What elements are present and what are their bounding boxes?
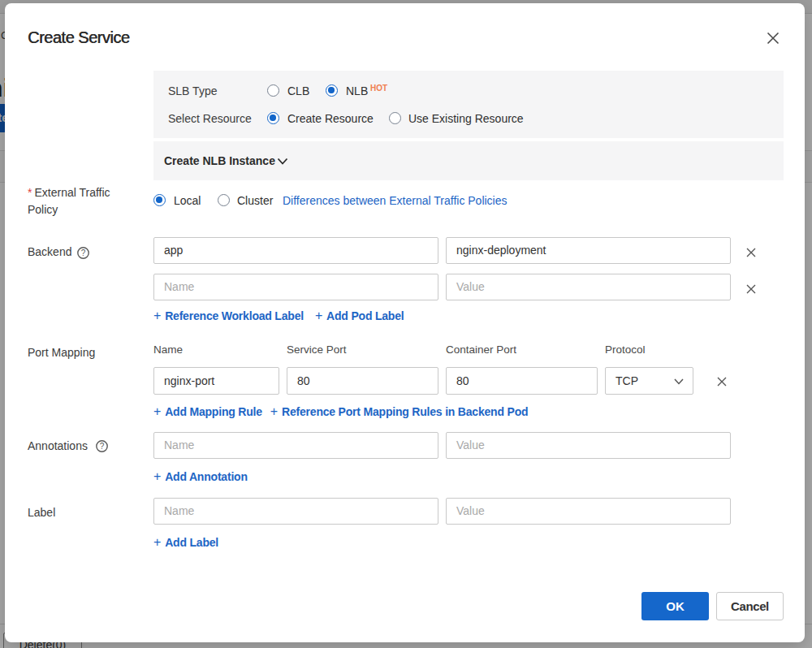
svg-text:?: ? — [100, 442, 105, 451]
svg-text:?: ? — [81, 248, 86, 257]
